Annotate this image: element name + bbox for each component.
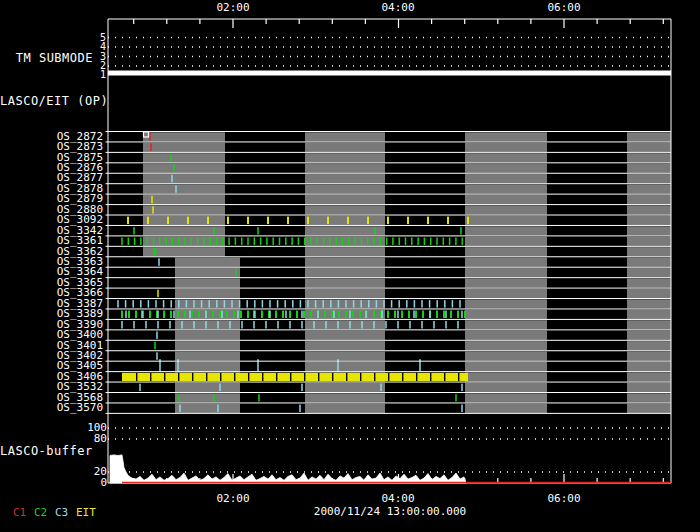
os-event-tick [322, 300, 324, 307]
os-event-tick [172, 238, 174, 245]
os-event-tick [125, 300, 127, 307]
os-event-tick [289, 311, 291, 318]
os-event-tick [292, 300, 294, 307]
os-window-band [465, 331, 547, 340]
os-band-gap [192, 373, 193, 381]
os-event-tick [367, 238, 369, 245]
os-event-tick [235, 269, 237, 276]
os-event-tick [163, 300, 165, 307]
os-event-tick [277, 300, 279, 307]
os-event-tick [254, 238, 256, 245]
os-event-tick [394, 311, 396, 318]
os-window-band [175, 393, 240, 402]
os-window-band [465, 164, 547, 173]
os-event-tick [163, 311, 165, 318]
tm-submode-panel-label: TM SUBMODE [0, 52, 93, 64]
os-event-tick [135, 311, 137, 318]
os-event-tick [203, 238, 205, 245]
os-window-band [465, 237, 547, 246]
os-event-tick [167, 217, 169, 224]
os-event-tick [240, 311, 242, 318]
os-window-band [465, 383, 547, 392]
os-window-band [305, 289, 385, 298]
os-event-tick [269, 300, 271, 307]
os-event-tick [301, 311, 303, 318]
os-event-tick [398, 238, 400, 245]
os-event-tick [141, 311, 143, 318]
tm-scale-1: 1 [97, 70, 106, 79]
lasco-buffer-panel-label: LASCO-buffer [0, 445, 90, 457]
os-event-tick [368, 300, 370, 307]
os-window-band [305, 383, 385, 392]
os-event-tick [421, 300, 423, 307]
os-event-tick [209, 238, 211, 245]
os-event-tick [213, 394, 215, 401]
os-event-tick [154, 248, 157, 255]
os-event-tick [310, 311, 312, 318]
os-event-tick [421, 321, 423, 328]
os-event-tick [235, 238, 237, 245]
os-event-tick [304, 238, 306, 245]
os-event-tick [272, 238, 274, 245]
os-window-band [627, 331, 671, 340]
os-event-tick [301, 384, 303, 391]
os-window-band [465, 143, 547, 152]
os-band-gap [164, 373, 165, 381]
os-event-tick [307, 217, 309, 224]
os-event-tick [329, 238, 331, 245]
os-event-tick [413, 311, 415, 318]
os-event-tick [436, 300, 438, 307]
os-event-tick [301, 321, 303, 328]
os-window-band [305, 195, 385, 204]
os-event-tick [450, 311, 452, 318]
os-window-band [305, 299, 385, 308]
os-window-band [175, 352, 240, 361]
os-band-gap [444, 373, 445, 381]
os-event-tick [193, 300, 195, 307]
os-window-band [465, 185, 547, 194]
os-event-tick [429, 300, 431, 307]
os-event-tick [191, 238, 193, 245]
os-window-band [175, 341, 240, 350]
os-event-tick [187, 217, 189, 224]
legend-item-eit: EIT [76, 507, 96, 518]
os-event-tick [300, 300, 302, 307]
os-event-tick [367, 217, 369, 224]
os-event-tick [229, 321, 231, 328]
os-event-tick [228, 238, 230, 245]
os-event-tick [184, 311, 186, 318]
os-event-tick [461, 384, 463, 391]
os-event-tick [184, 238, 186, 245]
os-event-tick [345, 311, 347, 318]
os-event-tick [247, 311, 249, 318]
os-event-tick [152, 206, 154, 213]
os-band-gap [178, 373, 179, 381]
os-window-band [627, 237, 671, 246]
os-event-tick [222, 238, 224, 245]
os-window-band [175, 362, 240, 371]
start-date-label: 2000/11/24 13:00:00.000 [305, 506, 475, 517]
os-event-tick [216, 238, 218, 245]
os-event-tick [317, 311, 319, 318]
os-event-tick [156, 331, 158, 338]
os-event-tick [178, 394, 180, 401]
os-event-tick [134, 238, 136, 245]
os-event-tick [338, 311, 340, 318]
os-event-tick [313, 321, 315, 328]
os-band-gap [318, 373, 319, 381]
os-band-gap [416, 373, 417, 381]
os-window-band [175, 258, 240, 267]
os-event-tick [146, 238, 148, 245]
os-window-band [465, 362, 547, 371]
os-window-band [465, 195, 547, 204]
os-window-band [305, 153, 385, 162]
os-window-band [305, 404, 385, 413]
os-window-band [465, 247, 547, 256]
os-window-band [627, 143, 671, 152]
os-event-tick [254, 300, 256, 307]
os-event-tick [285, 238, 287, 245]
os-band-gap [388, 373, 389, 381]
buffer-ytick-80: 80 [80, 433, 107, 444]
os-window-band [627, 289, 671, 298]
os-window-band [143, 185, 225, 194]
